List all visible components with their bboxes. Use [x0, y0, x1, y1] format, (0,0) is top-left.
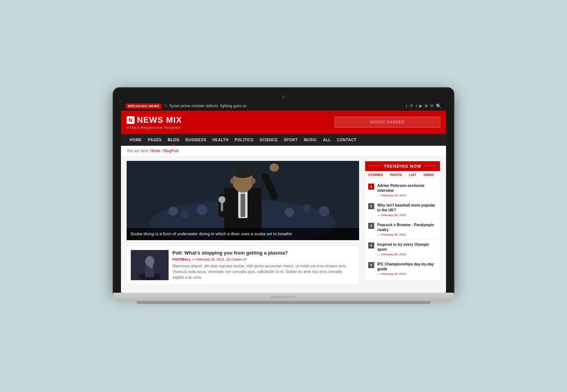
breaking-bar: BREAKING NEWS ! - Syrian prime minister …: [121, 102, 446, 111]
svg-point-12: [232, 166, 253, 178]
breadcrumb-current[interactable]: BlogPost: [164, 149, 179, 153]
trending-item-title-5[interactable]: IPC Championships day-by-day guide: [377, 262, 437, 272]
trending-item-date-5: — February 28, 2013: [377, 272, 437, 276]
svg-point-5: [285, 207, 294, 217]
trending-item-4: 4 Inspired to try every Olympic sport — …: [368, 239, 437, 259]
trending-item-3: 3 Peacock v Browne - Paralympic rivalry …: [368, 220, 437, 239]
logo-title: N NEWS MIX: [127, 115, 182, 125]
main-content: Scuba diving is a form of underwater div…: [121, 156, 446, 293]
nav-music[interactable]: MUSIC: [301, 134, 320, 146]
svg-point-3: [181, 210, 189, 218]
macbook-wrapper: BREAKING NEWS ! - Syrian prime minister …: [113, 88, 454, 304]
trending-tab-list[interactable]: LIST: [409, 173, 417, 178]
nav-business[interactable]: BUSINESS: [183, 134, 209, 146]
breaking-text: ! - Syrian prime minister defects, fight…: [165, 104, 247, 108]
article-author: by Careen Ki: [227, 258, 246, 261]
breadcrumb: You are here: Home / BlogPost: [121, 146, 446, 156]
nav-contact[interactable]: CONTACT: [334, 134, 359, 146]
trending-item-content-2: Why isn't baseball more popular in the U…: [377, 203, 437, 217]
youtube-icon[interactable]: ▶: [419, 103, 422, 108]
svg-rect-10: [240, 194, 245, 217]
trending-tab-stories[interactable]: STORIES: [368, 173, 383, 178]
trending-items: 1 Adrian Peterson exclusive interview — …: [365, 179, 440, 280]
svg-point-16: [270, 164, 279, 172]
nav-health[interactable]: HEALTH: [209, 134, 232, 146]
trending-header-line-right: [424, 166, 436, 166]
nav-blog[interactable]: BLOG: [165, 134, 183, 146]
macbook-base: [113, 293, 454, 301]
trending-num-4: 4: [368, 242, 374, 248]
content-main: Scuba diving is a form of underwater div…: [127, 161, 359, 289]
trending-item-content-5: IPC Championships day-by-day guide — Feb…: [377, 262, 437, 276]
article-body: Poll: What's stopping you from getting a…: [172, 250, 355, 281]
trending-num-2: 2: [368, 203, 374, 209]
trending-num-3: 3: [368, 223, 374, 229]
macbook-screen-outer: BREAKING NEWS ! - Syrian prime minister …: [113, 88, 454, 293]
trending-title: TRENDING NOW: [384, 164, 421, 168]
trending-item-date-4: — February 28, 2013: [377, 253, 437, 256]
banner-slot: 468X60 BANNER: [335, 117, 440, 128]
trending-item-title-1[interactable]: Adrian Peterson exclusive interview: [377, 183, 437, 193]
breaking-icons: t ℗ f ▶ ⊕ ✉ 🔍: [406, 103, 442, 109]
breadcrumb-home[interactable]: Home: [150, 149, 160, 153]
svg-point-6: [303, 204, 311, 212]
article-category: FOOTBALL: [172, 258, 191, 261]
trending-item-title-2[interactable]: Why isn't baseball more popular in the U…: [377, 203, 437, 213]
article-excerpt: Maecenas aliquet, elit vitae egestas lac…: [172, 263, 355, 280]
svg-point-14: [251, 178, 256, 184]
nav-all[interactable]: ALL: [320, 134, 334, 146]
logo-subtitle: HTML5 Responsive Template: [127, 126, 182, 130]
trending-item-content-1: Adrian Peterson exclusive interview — Fe…: [377, 183, 437, 197]
rss-icon[interactable]: ⊕: [424, 103, 428, 108]
svg-point-13: [230, 178, 235, 184]
macbook-screen: BREAKING NEWS ! - Syrian prime minister …: [121, 102, 446, 293]
trending-item-date-2: — February 28, 2013: [377, 213, 437, 217]
trending-item-title-3[interactable]: Peacock v Browne - Paralympic rivalry: [377, 222, 437, 232]
nav-sport[interactable]: SPORT: [281, 134, 301, 146]
trending-item-title-4[interactable]: Inspired to try every Olympic sport: [377, 242, 437, 252]
nav-science[interactable]: SCIENCE: [257, 134, 281, 146]
svg-rect-23: [145, 266, 154, 277]
trending-header: TRENDING NOW: [365, 161, 440, 171]
content-sidebar: TRENDING NOW STORIES | PHOTO | LIST | VI…: [365, 161, 440, 289]
trending-box: TRENDING NOW STORIES | PHOTO | LIST | VI…: [365, 161, 440, 281]
site-nav: HOME PAGES BLOG BUSINESS HEALTH POLITICS…: [121, 134, 446, 146]
article-thumb[interactable]: [131, 250, 169, 280]
nav-home[interactable]: HOME: [127, 134, 145, 146]
breadcrumb-prefix: You are here:: [127, 149, 149, 153]
trending-item-date-3: — February 28, 2013: [377, 233, 437, 236]
svg-point-7: [319, 206, 330, 216]
article-meta: FOOTBALL — February 28, 2013 , by Careen…: [172, 258, 355, 261]
macbook-camera: [282, 96, 285, 99]
logo-text: NEWS MIX: [137, 115, 182, 125]
trending-tab-photo[interactable]: PHOTO: [390, 173, 402, 178]
search-icon[interactable]: 🔍: [436, 103, 442, 109]
trending-tab-video[interactable]: VIDEO: [423, 173, 434, 178]
article-thumb-svg: [131, 250, 169, 280]
svg-point-19: [218, 196, 225, 203]
email-icon[interactable]: ✉: [430, 103, 434, 108]
trending-header-line-left: [369, 166, 381, 166]
trending-item-content-4: Inspired to try every Olympic sport — Fe…: [377, 242, 437, 256]
site-header: N NEWS MIX HTML5 Responsive Template 468…: [121, 111, 446, 134]
featured-image[interactable]: Scuba diving is a form of underwater div…: [127, 161, 359, 240]
nav-pages[interactable]: PAGES: [145, 134, 165, 146]
trending-item-content-3: Peacock v Browne - Paralympic rivalry — …: [377, 222, 437, 236]
logo-area: N NEWS MIX HTML5 Responsive Template: [127, 115, 182, 130]
trending-num-1: 1: [368, 184, 374, 190]
trending-num-5: 5: [368, 262, 374, 268]
svg-point-4: [197, 205, 208, 215]
breaking-label: BREAKING NEWS: [125, 103, 162, 109]
article-row: Poll: What's stopping you from getting a…: [127, 246, 359, 285]
article-title[interactable]: Poll: What's stopping you from getting a…: [172, 250, 355, 256]
facebook-icon[interactable]: f: [416, 104, 417, 108]
twitter-icon[interactable]: t: [406, 104, 407, 108]
nav-politics[interactable]: POLITICS: [232, 134, 257, 146]
trending-item-2: 2 Why isn't baseball more popular in the…: [368, 200, 437, 220]
site-wrapper: BREAKING NEWS ! - Syrian prime minister …: [121, 102, 446, 293]
pinterest-icon[interactable]: ℗: [409, 103, 414, 108]
trending-item-1: 1 Adrian Peterson exclusive interview — …: [368, 181, 437, 200]
featured-caption: Scuba diving is a form of underwater div…: [127, 228, 359, 240]
article-date: February 28, 2013: [196, 258, 224, 261]
trending-tabs: STORIES | PHOTO | LIST | VIDEO: [365, 171, 440, 179]
